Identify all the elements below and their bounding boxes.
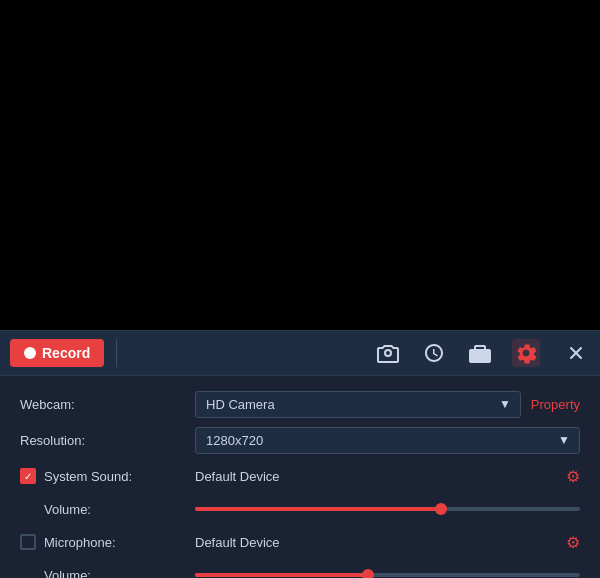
microphone-checkbox[interactable] bbox=[20, 534, 36, 550]
toolbar-divider bbox=[116, 339, 117, 367]
system-volume-track bbox=[195, 507, 580, 511]
resolution-dropdown-wrapper: 1280x720 ▼ bbox=[195, 427, 580, 454]
record-label: Record bbox=[42, 345, 90, 361]
system-volume-slider[interactable] bbox=[195, 506, 580, 512]
webcam-row: Webcam: HD Camera ▼ Property bbox=[20, 388, 580, 420]
webcam-control: HD Camera ▼ Property bbox=[195, 391, 580, 418]
microphone-label[interactable]: Microphone: bbox=[20, 534, 195, 550]
toolbar: Record bbox=[0, 330, 600, 376]
system-volume-fill bbox=[195, 507, 441, 511]
system-volume-thumb[interactable] bbox=[435, 503, 447, 515]
history-icon[interactable] bbox=[420, 339, 448, 367]
system-sound-text: System Sound: bbox=[44, 469, 132, 484]
mic-volume-fill bbox=[195, 573, 368, 577]
mic-device-control: Default Device ⚙ bbox=[195, 533, 580, 552]
resolution-row: Resolution: 1280x720 ▼ bbox=[20, 424, 580, 456]
mic-volume-slider[interactable] bbox=[195, 572, 580, 578]
system-sound-gear-icon[interactable]: ⚙ bbox=[566, 467, 580, 486]
webcam-label: Webcam: bbox=[20, 397, 195, 412]
system-device-control: Default Device ⚙ bbox=[195, 467, 580, 486]
record-button[interactable]: Record bbox=[10, 339, 104, 367]
mic-volume-control bbox=[195, 572, 580, 578]
system-sound-label[interactable]: System Sound: bbox=[20, 468, 195, 484]
microphone-text: Microphone: bbox=[44, 535, 116, 550]
system-sound-checkbox[interactable] bbox=[20, 468, 36, 484]
mic-volume-row: Volume: bbox=[20, 562, 580, 578]
toolbar-icons bbox=[374, 339, 590, 367]
snapshot-icon[interactable] bbox=[374, 339, 402, 367]
system-sound-row: System Sound: Default Device ⚙ bbox=[20, 460, 580, 492]
record-dot-icon bbox=[24, 347, 36, 359]
mic-volume-track bbox=[195, 573, 580, 577]
microphone-gear-icon[interactable]: ⚙ bbox=[566, 533, 580, 552]
webcam-dropdown[interactable]: HD Camera bbox=[195, 391, 521, 418]
mic-device-row: Default Device ⚙ bbox=[195, 533, 580, 552]
resolution-control: 1280x720 ▼ bbox=[195, 427, 580, 454]
camera-preview bbox=[0, 0, 600, 330]
microphone-row: Microphone: Default Device ⚙ bbox=[20, 526, 580, 558]
resolution-dropdown[interactable]: 1280x720 bbox=[195, 427, 580, 454]
system-volume-row: Volume: bbox=[20, 496, 580, 522]
settings-icon[interactable] bbox=[512, 339, 540, 367]
close-icon[interactable] bbox=[562, 339, 590, 367]
system-volume-label: Volume: bbox=[20, 502, 195, 517]
resolution-label: Resolution: bbox=[20, 433, 195, 448]
mic-volume-thumb[interactable] bbox=[362, 569, 374, 578]
system-volume-control bbox=[195, 506, 580, 512]
tools-icon[interactable] bbox=[466, 339, 494, 367]
mic-device-name: Default Device bbox=[195, 535, 558, 550]
webcam-dropdown-wrapper: HD Camera ▼ bbox=[195, 391, 521, 418]
settings-panel: Webcam: HD Camera ▼ Property Resolution:… bbox=[0, 376, 600, 578]
property-link[interactable]: Property bbox=[531, 397, 580, 412]
system-device-name: Default Device bbox=[195, 469, 558, 484]
system-device-row: Default Device ⚙ bbox=[195, 467, 580, 486]
mic-volume-label: Volume: bbox=[20, 568, 195, 579]
